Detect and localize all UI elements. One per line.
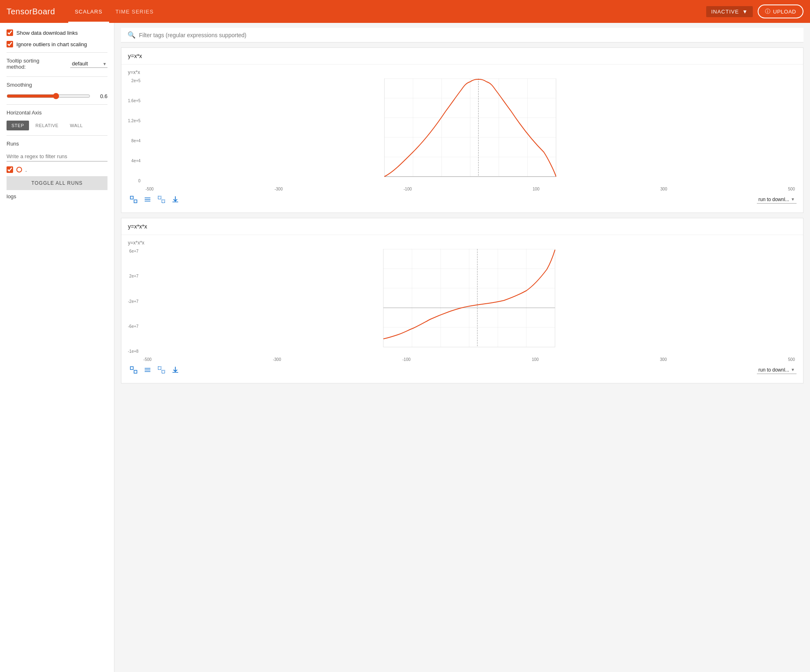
table-icon-1 [144,366,151,374]
chart-toolbar-0: run to downl... ▼ [128,191,797,208]
chart-card-1: y=x*x*x y=x*x*x 6e+7 2e+7 -2e+7 -6e+7 -1… [121,218,803,383]
chart-svg-0 [144,78,797,185]
sidebar: Show data download links Ignore outliers… [0,23,114,672]
svg-rect-37 [162,370,165,373]
expand-icon [130,196,137,203]
crosshair-button-0[interactable] [156,194,167,205]
chart-y-labels-0: 2e+5 1.6e+5 1.2e+5 8e+4 4e+4 0 [128,78,142,191]
chart-area-0: -500 -300 -100 100 300 500 [144,78,797,191]
run-name: . [25,167,27,173]
tooltip-sort-row: Tooltip sortingmethod: default ascending… [7,58,107,70]
svg-rect-32 [134,370,137,373]
run-download-arrow-icon-1: ▼ [791,367,795,372]
show-data-links-checkbox[interactable] [7,29,13,36]
tooltip-sort-select-wrap: default ascending descending nearest ▼ [70,60,107,68]
chart-y-labels-1: 6e+7 2e+7 -2e+7 -6e+7 -1e+8 [128,249,140,362]
chart-wrap-0: 2e+5 1.6e+5 1.2e+5 8e+4 4e+4 0 [128,78,797,191]
main-nav: SCALARS TIME SERIES [68,0,160,23]
svg-rect-36 [158,367,161,370]
svg-rect-17 [158,196,161,199]
crosshair-icon-1 [158,366,165,374]
run-download-label-0: run to downl... [759,197,789,202]
logs-label: logs [7,193,16,199]
crosshair-button-1[interactable] [156,364,167,376]
download-icon [172,196,179,203]
chart-svg-1 [142,249,797,355]
run-download-label-1: run to downl... [759,367,789,373]
search-input[interactable] [139,32,797,38]
chart-inner-1: y=x*x*x 6e+7 2e+7 -2e+7 -6e+7 -1e+8 [121,235,803,383]
divider-1 [7,52,107,53]
expand-chart-button-1[interactable] [128,364,139,376]
divider-4 [7,135,107,136]
chart-toolbar-1: run to downl... ▼ [128,362,797,378]
run-checkbox[interactable] [7,166,13,173]
svg-rect-31 [130,367,133,370]
crosshair-icon [158,196,165,203]
divider-3 [7,104,107,105]
svg-rect-13 [134,200,137,203]
list-item: . [7,166,107,173]
smoothing-value: 0.6 [95,93,107,99]
data-table-button-0[interactable] [142,194,153,205]
header-right: INACTIVE ▼ ⓘ UPLOAD [706,4,803,18]
chart-subtitle-0: y=x*x [128,69,797,75]
chart-inner-0: y=x*x 2e+5 1.6e+5 1.2e+5 8e+4 4e+4 0 [121,65,803,213]
download-button-1[interactable] [170,364,181,376]
smoothing-slider[interactable] [7,93,90,99]
toggle-all-runs-button[interactable]: TOGGLE ALL RUNS [7,176,107,190]
info-icon: ⓘ [765,8,771,15]
show-data-links-row: Show data download links [7,29,107,36]
app-body: Show data download links Ignore outliers… [0,23,810,672]
ignore-outliers-label: Ignore outliers in chart scaling [16,41,87,47]
expand-chart-button-0[interactable] [128,194,139,205]
axis-relative-button[interactable]: RELATIVE [31,121,63,130]
data-table-button-1[interactable] [142,364,153,376]
runs-label: Runs [7,141,107,147]
svg-rect-12 [130,196,133,199]
tooltip-sort-select[interactable]: default ascending descending nearest [70,60,107,68]
chart-x-labels-1: -500 -300 -100 100 300 500 [142,357,797,362]
app-header: TensorBoard SCALARS TIME SERIES INACTIVE… [0,0,810,23]
dropdown-arrow-icon: ▼ [742,9,748,15]
run-to-download-1[interactable]: run to downl... ▼ [757,366,797,374]
svg-rect-18 [162,200,165,203]
tooltip-sort-label: Tooltip sortingmethod: [7,58,70,70]
smoothing-row: 0.6 [7,93,107,99]
nav-time-series[interactable]: TIME SERIES [109,0,160,23]
axis-wall-button[interactable]: WALL [65,121,88,130]
smoothing-label: Smoothing [7,82,107,88]
chart-subtitle-1: y=x*x*x [128,240,797,246]
main-content: 🔍 y=x*x y=x*x 2e+5 1.6e+5 1.2e+5 8e+4 4e… [114,23,810,672]
search-icon: 🔍 [128,31,136,39]
run-to-download-0[interactable]: run to downl... ▼ [757,196,797,204]
chart-wrap-1: 6e+7 2e+7 -2e+7 -6e+7 -1e+8 [128,249,797,362]
upload-button[interactable]: ⓘ UPLOAD [758,4,803,18]
divider-2 [7,76,107,77]
runs-filter-input[interactable] [7,152,107,161]
download-icon-1 [172,366,179,374]
table-icon [144,196,151,203]
chart-title-0: y=x*x [121,48,803,65]
ignore-outliers-checkbox[interactable] [7,41,13,47]
chart-area-1: -500 -300 -100 100 300 500 [142,249,797,362]
nav-scalars[interactable]: SCALARS [68,0,109,23]
axis-step-button[interactable]: STEP [7,121,29,130]
axis-buttons: STEP RELATIVE WALL [7,121,107,130]
run-color-dot [16,167,22,172]
ignore-outliers-row: Ignore outliers in chart scaling [7,41,107,47]
run-download-arrow-icon-0: ▼ [791,197,795,202]
chart-card-0: y=x*x y=x*x 2e+5 1.6e+5 1.2e+5 8e+4 4e+4… [121,47,803,213]
expand-icon-1 [130,366,137,374]
status-dropdown[interactable]: INACTIVE ▼ [706,6,753,17]
chart-title-1: y=x*x*x [121,218,803,235]
horizontal-axis-label: Horizontal Axis [7,110,107,116]
download-button-0[interactable] [170,194,181,205]
show-data-links-label: Show data download links [16,30,78,36]
chart-x-labels-0: -500 -300 -100 100 300 500 [144,187,797,191]
search-bar: 🔍 [121,28,803,43]
app-brand: TensorBoard [7,7,55,16]
